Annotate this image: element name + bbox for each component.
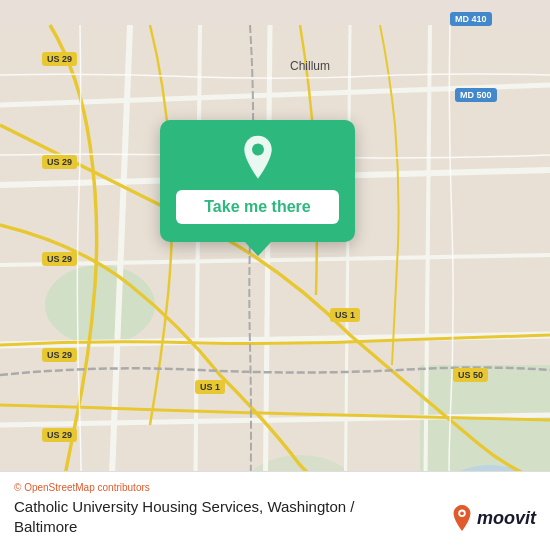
route-badge-us50: US 50 [453,368,488,382]
moovit-pin-icon [451,504,473,532]
map-container: Chillum US 29 US 29 US 29 US 29 US 29 MD… [0,0,550,550]
route-badge-us1-2: US 1 [195,380,225,394]
route-badge-us29-4: US 29 [42,348,77,362]
svg-point-1 [45,265,155,345]
moovit-brand-text: moovit [477,508,536,529]
popup-card: Take me there [160,120,355,242]
take-me-there-button[interactable]: Take me there [176,190,339,224]
copyright-text: © OpenStreetMap contributors [14,482,536,493]
info-bar: © OpenStreetMap contributors Catholic Un… [0,471,550,550]
svg-point-16 [252,143,264,155]
route-badge-md410: MD 410 [450,12,492,26]
route-badge-us29-2: US 29 [42,155,77,169]
moovit-logo: moovit [451,504,536,532]
route-badge-us29-1: US 29 [42,52,77,66]
route-badge-us29-3: US 29 [42,252,77,266]
route-badge-md500: MD 500 [455,88,497,102]
svg-point-18 [460,511,464,515]
svg-text:Chillum: Chillum [290,59,330,73]
location-pin-icon [234,134,282,182]
route-badge-us29-5: US 29 [42,428,77,442]
route-badge-us1-1: US 1 [330,308,360,322]
